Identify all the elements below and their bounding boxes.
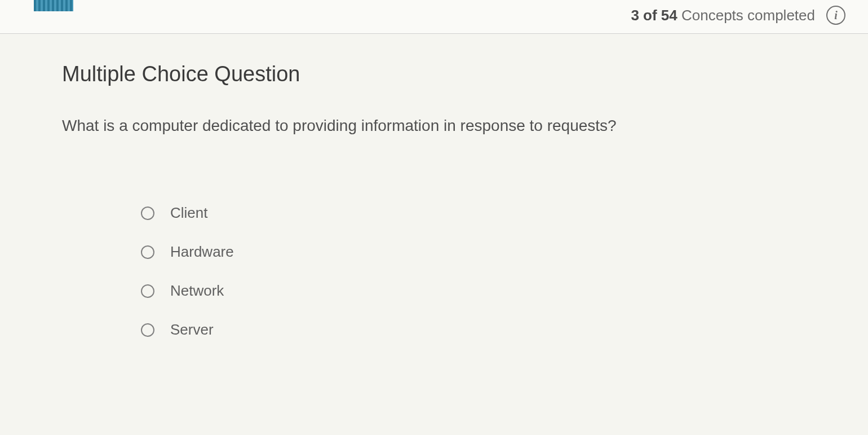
- progress-bar-decoration: [34, 0, 73, 11]
- question-text: What is a computer dedicated to providin…: [62, 115, 812, 137]
- radio-icon: [141, 323, 154, 337]
- info-icon[interactable]: i: [826, 6, 845, 25]
- radio-icon: [141, 284, 154, 298]
- progress-text: 3 of 54 Concepts completed: [631, 7, 815, 24]
- options-list: Client Hardware Network Server: [62, 204, 812, 339]
- option-label: Server: [170, 321, 214, 339]
- option-network[interactable]: Network: [141, 282, 812, 300]
- progress-count: 3 of 54: [631, 7, 677, 24]
- option-hardware[interactable]: Hardware: [141, 243, 812, 261]
- option-server[interactable]: Server: [141, 321, 812, 339]
- radio-icon: [141, 206, 154, 220]
- option-label: Hardware: [170, 243, 234, 261]
- question-type-heading: Multiple Choice Question: [62, 62, 812, 86]
- option-label: Client: [170, 204, 207, 222]
- option-client[interactable]: Client: [141, 204, 812, 222]
- option-label: Network: [170, 282, 224, 300]
- radio-icon: [141, 245, 154, 259]
- question-content: Multiple Choice Question What is a compu…: [0, 34, 868, 339]
- progress-suffix: Concepts completed: [677, 7, 815, 24]
- progress-header: 3 of 54 Concepts completed i: [0, 0, 868, 34]
